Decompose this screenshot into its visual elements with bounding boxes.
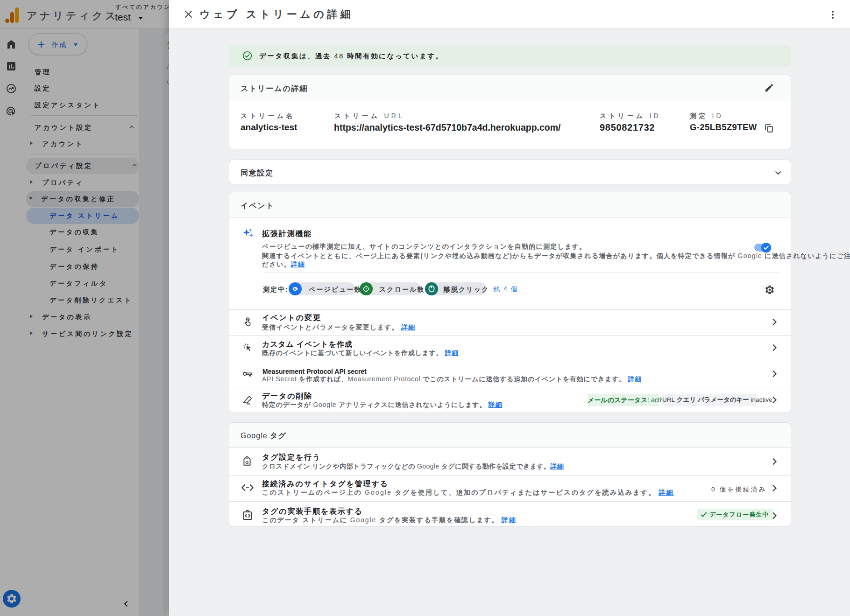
svg-text:G: G — [245, 460, 248, 465]
